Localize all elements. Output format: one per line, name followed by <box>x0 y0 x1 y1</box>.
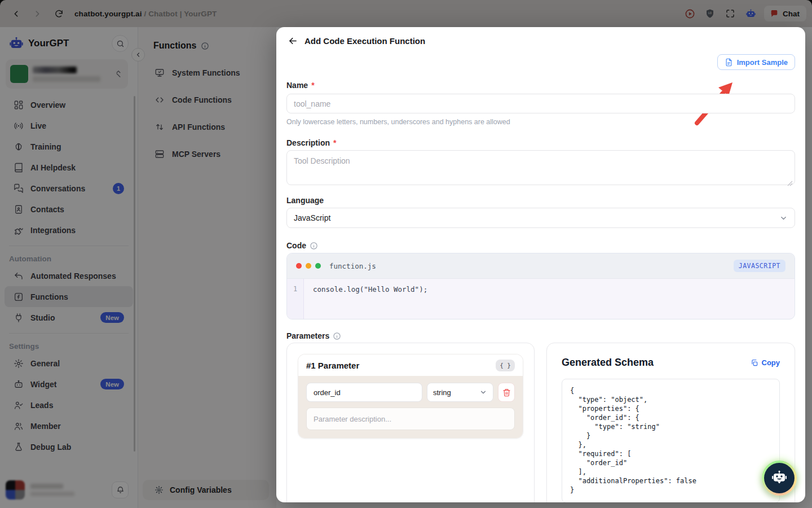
description-field-label: Description* <box>286 138 336 147</box>
name-field-label: Name* <box>286 81 315 90</box>
code-editor-header: function.js JAVASCRIPT <box>287 253 795 279</box>
parameter-name-input[interactable] <box>306 383 422 402</box>
copy-icon <box>751 359 758 367</box>
parameter-item: #1 Parameter { } string <box>298 354 523 438</box>
json-view-toggle[interactable]: { } <box>496 360 515 371</box>
chevron-down-icon <box>479 388 487 396</box>
generated-schema-card: Generated Schema Copy { "type": "object"… <box>546 343 795 502</box>
traffic-light-red-icon <box>296 263 302 269</box>
copy-label: Copy <box>762 358 780 367</box>
info-icon[interactable] <box>333 332 341 340</box>
modal-back-button[interactable] <box>286 34 299 47</box>
required-asterisk: * <box>311 81 314 90</box>
language-value: JavaScript <box>294 213 330 222</box>
import-sample-label: Import Sample <box>737 58 788 67</box>
parameters-card: #1 Parameter { } string <box>286 343 535 502</box>
language-badge: JAVASCRIPT <box>734 260 785 272</box>
line-number: 1 <box>287 279 304 319</box>
code-filename: function.js <box>329 262 376 270</box>
code-line[interactable]: console.log("Hello World"); <box>304 279 427 319</box>
file-text-icon <box>725 58 733 67</box>
import-sample-button[interactable]: Import Sample <box>717 54 795 70</box>
schema-json: { "type": "object", "properties": { "ord… <box>570 386 771 494</box>
arrow-left-icon <box>288 36 298 46</box>
code-field-label: Code <box>286 241 318 250</box>
code-editor[interactable]: function.js JAVASCRIPT 1 console.log("He… <box>286 253 795 319</box>
resize-grip-icon[interactable] <box>787 181 793 186</box>
required-asterisk: * <box>333 138 336 147</box>
parameter-type-value: string <box>433 388 451 397</box>
chevron-down-icon <box>779 214 788 222</box>
robot-face-icon <box>771 470 788 487</box>
schema-code-box: { "type": "object", "properties": { "ord… <box>562 379 780 502</box>
info-icon[interactable] <box>310 242 318 250</box>
delete-parameter-button[interactable] <box>498 383 515 402</box>
description-input[interactable] <box>286 150 795 185</box>
traffic-light-green-icon <box>315 263 321 269</box>
modal-title: Add Code Execution Function <box>304 36 425 46</box>
add-code-function-modal: Add Code Execution Function Import Sampl… <box>276 27 805 502</box>
language-select[interactable]: JavaScript <box>286 208 795 228</box>
parameter-type-select[interactable]: string <box>427 383 493 402</box>
chat-widget-button[interactable] <box>762 461 797 496</box>
generated-schema-title: Generated Schema <box>562 357 654 369</box>
trash-icon <box>502 388 511 397</box>
traffic-light-yellow-icon <box>306 263 311 269</box>
parameter-title: #1 Parameter <box>306 361 359 370</box>
chat-widget-bubble <box>764 463 795 493</box>
parameters-field-label: Parameters <box>286 331 341 340</box>
parameter-description-input[interactable] <box>306 408 515 430</box>
name-helper-text: Only lowercase letters, numbers, undersc… <box>286 118 510 126</box>
language-field-label: Language <box>286 196 324 205</box>
copy-schema-button[interactable]: Copy <box>751 358 780 367</box>
name-input[interactable] <box>286 94 795 113</box>
